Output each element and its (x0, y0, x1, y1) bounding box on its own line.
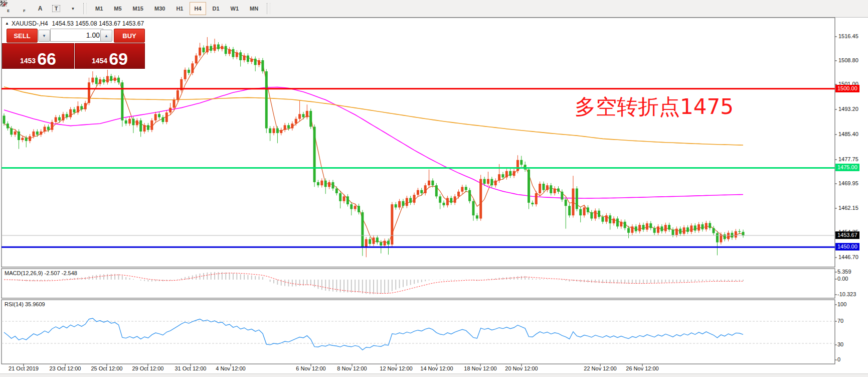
volume-input[interactable] (50, 29, 103, 42)
sell-price-pips: 66 (37, 52, 56, 66)
buy-price-display[interactable]: 1454 69 (75, 43, 145, 69)
level-price-label: 1500.00 (835, 85, 859, 92)
ohlc-values: 1454.53 1455.08 1453.67 1453.67 (52, 20, 144, 27)
sell-price-main: 1453 (20, 57, 36, 65)
macd-indicator-label: MACD(12,26,9) -2.507 -2.548 (5, 270, 77, 276)
rsi-indicator-label: RSI(14) 35.9609 (5, 301, 45, 307)
sell-price-display[interactable]: 1453 66 (2, 43, 74, 69)
buy-price-pips: 69 (109, 52, 128, 66)
volume-decrease-button[interactable]: ▼ (38, 30, 50, 42)
buy-button[interactable]: BUY (114, 29, 145, 43)
mt4-window: E F A T ▼ M1M5M15M30H1H4D1W1MN ▲XAUUSD-,… (0, 0, 868, 377)
chart-title: ▲XAUUSD-,H41454.53 1455.08 1453.67 1453.… (5, 20, 144, 27)
sell-button[interactable]: SELL (7, 29, 38, 43)
level-price-label: 1450.00 (835, 243, 859, 250)
buy-price-main: 1454 (92, 57, 107, 65)
volume-increase-button[interactable]: ▲ (100, 30, 112, 42)
current-price-label: 1453.67 (835, 231, 859, 239)
collapse-one-click-icon[interactable]: ▲ (5, 21, 9, 26)
level-price-label: 1475.00 (835, 164, 859, 171)
one-click-trading-panel: SELL ▼ ▲ BUY 1453 66 1454 69 (2, 28, 145, 67)
symbol-name: XAUUSD-,H4 (12, 20, 48, 27)
chart-annotation-text: 多空转折点1475 (575, 96, 734, 117)
